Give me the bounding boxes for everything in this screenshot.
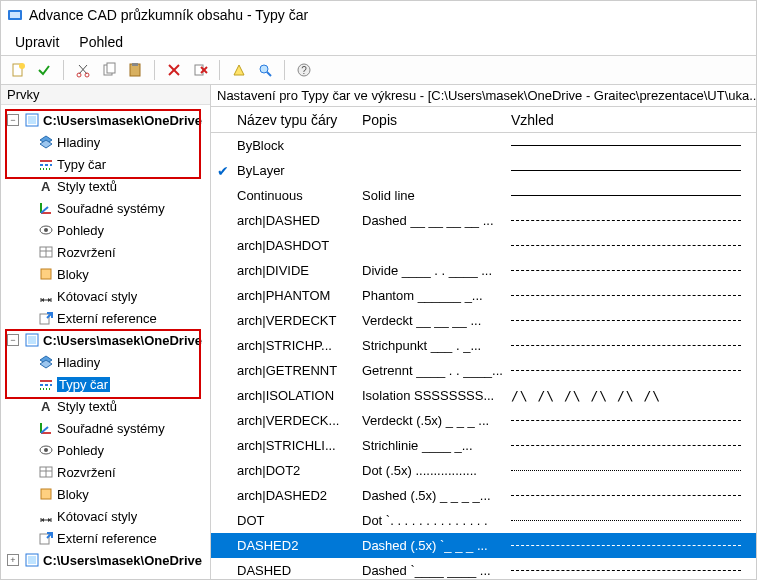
window-title: Advance CAD průzkumník obsahu - Typy čar (29, 7, 308, 23)
tree-item-ucs[interactable]: Souřadné systémy (23, 417, 208, 439)
dimstyle-icon (38, 508, 54, 524)
linetype-appearance (505, 245, 756, 246)
tree[interactable]: −C:\Users\masek\OneDriveHladinyTypy čarA… (1, 105, 210, 575)
linetype-desc: Dot `. . . . . . . . . . . . . . (360, 513, 505, 528)
purge-button[interactable] (189, 59, 211, 81)
svg-rect-11 (132, 63, 138, 66)
linetype-row[interactable]: DASHEDDashed `____ ____ ... (211, 558, 756, 580)
tree-item-textstyle[interactable]: AStyly textů (23, 395, 208, 417)
find-button[interactable] (254, 59, 276, 81)
tree-item-blocks[interactable]: Bloky (23, 263, 208, 285)
tree-item-blocks[interactable]: Bloky (23, 483, 208, 505)
menu-pohled[interactable]: Pohled (69, 32, 133, 52)
collapse-icon[interactable]: − (7, 114, 19, 126)
svg-rect-62 (41, 489, 51, 499)
linetype-row[interactable]: arch|STRICHP...Strichpunkt ___ . _... (211, 333, 756, 358)
linetype-row[interactable]: arch|PHANTOMPhantom ______ _... (211, 283, 756, 308)
linetype-row[interactable]: arch|DASHDOT (211, 233, 756, 258)
linetype-desc: Strichpunkt ___ . _... (360, 338, 505, 353)
linetype-row[interactable]: DASHED2Dashed (.5x) `_ _ _ ... (211, 533, 756, 558)
linetype-row[interactable]: ByBlock (211, 133, 756, 158)
drawing-icon (24, 332, 40, 348)
tree-drawing-node[interactable]: −C:\Users\masek\OneDrive (7, 329, 208, 351)
tree-item-linetypes[interactable]: Typy čar (23, 153, 208, 175)
linetype-appearance (505, 445, 756, 446)
tree-item-xref[interactable]: Externí reference (23, 307, 208, 329)
linetype-appearance: /\ /\ /\ /\ /\ /\ (505, 388, 756, 403)
svg-rect-23 (28, 116, 36, 124)
linetype-row[interactable]: arch|STRICHLI...Strichlinie ____ _... (211, 433, 756, 458)
tree-drawing-node[interactable]: +C:\Users\masek\OneDrive (7, 549, 208, 571)
linetype-name: DASHED (235, 563, 360, 578)
right-panel: Nastavení pro Typy čar ve výkresu - [C:\… (211, 85, 756, 580)
col-desc[interactable]: Popis (360, 112, 505, 128)
tree-node-label: Externí reference (57, 311, 157, 326)
layers-icon (38, 354, 54, 370)
col-name[interactable]: Název typu čáry (235, 112, 360, 128)
col-appearance[interactable]: Vzhled (505, 112, 756, 128)
tree-node-label: Typy čar (57, 377, 110, 392)
linetype-row[interactable]: ✔ByLayer (211, 158, 756, 183)
linetype-appearance (505, 145, 756, 146)
copy-button[interactable] (98, 59, 120, 81)
layouts-icon (38, 244, 54, 260)
linetype-appearance (505, 520, 756, 521)
blocks-icon (38, 266, 54, 282)
tree-item-linetypes[interactable]: Typy čar (23, 373, 208, 395)
tree-node-label: Styly textů (57, 179, 117, 194)
tree-item-views[interactable]: Pohledy (23, 439, 208, 461)
tree-item-layers[interactable]: Hladiny (23, 351, 208, 373)
expand-icon[interactable]: + (7, 554, 19, 566)
linetype-row[interactable]: arch|VERDECKTVerdeckt __ __ __ ... (211, 308, 756, 333)
linetype-row[interactable]: arch|VERDECK...Verdeckt (.5x) _ _ _ ... (211, 408, 756, 433)
linetype-row[interactable]: arch|DASHEDDashed __ __ __ __ ... (211, 208, 756, 233)
tree-node-label: C:\Users\masek\OneDrive (43, 333, 202, 348)
svg-point-3 (19, 63, 25, 69)
svg-text:A: A (41, 399, 51, 414)
xref-icon (38, 530, 54, 546)
tree-item-dimstyle[interactable]: Kótovací styly (23, 505, 208, 527)
new-button[interactable] (7, 59, 29, 81)
linetype-row[interactable]: DOTDot `. . . . . . . . . . . . . . (211, 508, 756, 533)
help-button[interactable]: ? (293, 59, 315, 81)
linetype-row[interactable]: arch|ISOLATIONIsolation SSSSSSSS.../\ /\… (211, 383, 756, 408)
tree-node-label: C:\Users\masek\OneDrive (43, 553, 202, 568)
linetype-desc: Verdeckt __ __ __ ... (360, 313, 505, 328)
linetype-name: Continuous (235, 188, 360, 203)
highlight-button[interactable] (228, 59, 250, 81)
svg-point-58 (44, 448, 48, 452)
svg-line-19 (267, 72, 271, 76)
tree-item-ucs[interactable]: Souřadné systémy (23, 197, 208, 219)
linetype-appearance (505, 220, 756, 221)
tree-item-textstyle[interactable]: AStyly textů (23, 175, 208, 197)
linetype-name: arch|VERDECK... (235, 413, 360, 428)
linetype-row[interactable]: arch|DIVIDEDivide ____ . . ____ ... (211, 258, 756, 283)
menu-upravit[interactable]: Upravit (5, 32, 69, 52)
linetype-desc: Dashed __ __ __ __ ... (360, 213, 505, 228)
linetype-desc: Dashed (.5x) _ _ _ _... (360, 488, 505, 503)
collapse-icon[interactable]: − (7, 334, 19, 346)
svg-text:?: ? (301, 65, 307, 76)
delete-button[interactable] (163, 59, 185, 81)
tree-item-views[interactable]: Pohledy (23, 219, 208, 241)
views-icon (38, 222, 54, 238)
tree-item-layouts[interactable]: Rozvržení (23, 241, 208, 263)
linetype-row[interactable]: arch|DASHED2Dashed (.5x) _ _ _ _... (211, 483, 756, 508)
linetype-row[interactable]: ContinuousSolid line (211, 183, 756, 208)
tree-node-label: C:\Users\masek\OneDrive (43, 113, 202, 128)
tree-item-dimstyle[interactable]: Kótovací styly (23, 285, 208, 307)
tree-item-xref[interactable]: Externí reference (23, 527, 208, 549)
linetype-grid[interactable]: Název typu čáry Popis Vzhled ByBlock✔ByL… (211, 107, 756, 580)
tree-item-layers[interactable]: Hladiny (23, 131, 208, 153)
linetype-row[interactable]: arch|DOT2Dot (.5x) ................. (211, 458, 756, 483)
apply-button[interactable] (33, 59, 55, 81)
linetype-row[interactable]: arch|GETRENNTGetrennt ____ . . ____... (211, 358, 756, 383)
linetype-desc: Solid line (360, 188, 505, 203)
paste-button[interactable] (124, 59, 146, 81)
tree-drawing-node[interactable]: −C:\Users\masek\OneDrive (7, 109, 208, 131)
tree-item-layouts[interactable]: Rozvržení (23, 461, 208, 483)
layers-icon (38, 134, 54, 150)
toolbar-sep (63, 60, 64, 80)
cut-button[interactable] (72, 59, 94, 81)
ucs-icon (38, 420, 54, 436)
